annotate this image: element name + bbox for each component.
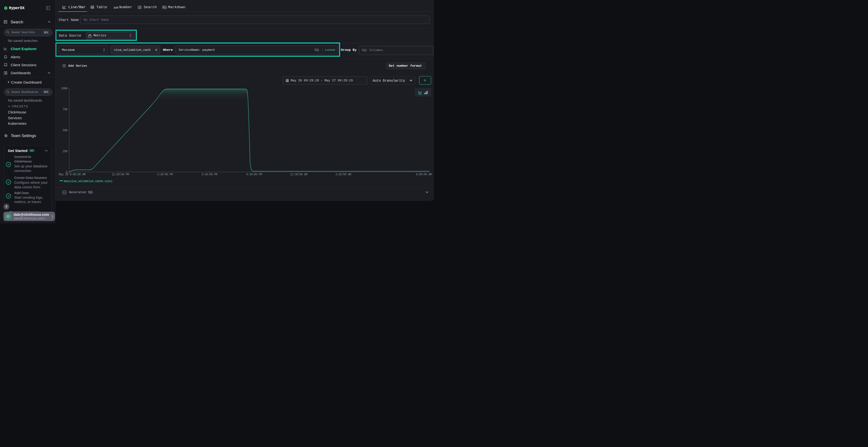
svg-text:3:30:00 AM: 3:30:00 AM (335, 173, 351, 176)
svg-text:May 26 9:00:00 AM: May 26 9:00:00 AM (59, 173, 86, 176)
svg-text:9:30:00 PM: 9:30:00 PM (246, 173, 262, 176)
svg-text:75K: 75K (62, 108, 67, 111)
svg-text:100K: 100K (61, 87, 68, 90)
svg-text:50K: 50K (62, 129, 67, 132)
svg-text:25K: 25K (62, 150, 67, 153)
svg-text:9:00:00 AM: 9:00:00 AM (416, 173, 432, 176)
svg-text:12:30:00 AM: 12:30:00 AM (290, 173, 307, 176)
svg-text:3:30:00 PM: 3:30:00 PM (157, 173, 173, 176)
svg-text:6:30:00 PM: 6:30:00 PM (202, 173, 217, 176)
svg-text:12:30:00 PM: 12:30:00 PM (112, 173, 129, 176)
